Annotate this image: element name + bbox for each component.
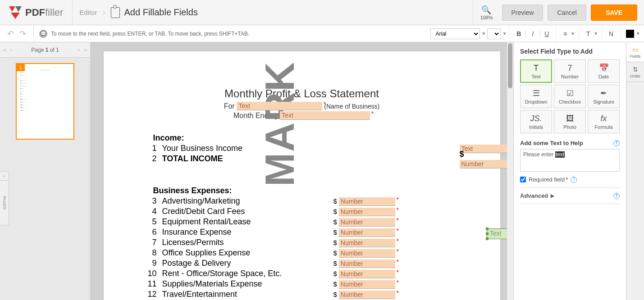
pages-tab[interactable]: PAGES <box>0 180 9 225</box>
field-type-signature[interactable]: ✒Signature <box>588 85 620 108</box>
expense-amount-field[interactable]: $Number* <box>333 290 395 299</box>
line-number: 3 <box>144 196 157 206</box>
expense-amount-field[interactable]: $Number* <box>333 248 395 258</box>
zoom-icon: 🔍 <box>480 5 493 15</box>
income-line: 2TOTAL INCOME$Number* <box>144 154 469 164</box>
field-type-formula[interactable]: fxFormula <box>588 110 620 133</box>
expense-line: 4Credit/Debit Card Fees$Number* <box>144 207 469 216</box>
expense-line: 6Insurance Expense$Number* <box>144 227 469 237</box>
expense-amount-field[interactable]: $Number* <box>333 196 395 206</box>
next-page-button[interactable]: › <box>76 47 82 53</box>
help-icon[interactable]: ? <box>613 140 620 146</box>
resize-handle[interactable] <box>486 232 489 235</box>
expense-amount-field[interactable]: $Number* <box>333 217 395 227</box>
advanced-toggle[interactable]: Advanced ▶ ? <box>520 187 620 204</box>
first-page-button[interactable]: « <box>1 47 9 53</box>
svg-marker-2 <box>11 13 20 19</box>
expense-line: 12Travel/Entertainment$Number* <box>144 290 469 299</box>
checkbox-icon: ☑ <box>566 88 574 98</box>
properties-panel: Select Field Type to Add TText 7Number 📅… <box>513 42 644 300</box>
expense-amount-field[interactable]: $Number* <box>333 238 395 247</box>
help-text-title: Add some Text to Help ? <box>520 140 620 146</box>
underline-button[interactable]: U <box>541 28 552 39</box>
header-actions: 🔍 108% Preview Cancel SAVE <box>473 0 644 25</box>
redo-button[interactable]: ↷ <box>17 29 29 39</box>
side-tabs: ▭Fields ⇅Order <box>626 42 644 300</box>
line-number: 12 <box>144 290 157 299</box>
line-label: Office Supplies Expense <box>162 248 251 258</box>
help-text-input[interactable]: Please enter text. <box>520 149 620 172</box>
tab-fields[interactable]: ▭Fields <box>626 42 644 62</box>
expense-amount-field[interactable]: $Number* <box>333 259 395 268</box>
field-type-checkbox[interactable]: ☑Checkbox <box>554 85 586 108</box>
photo-icon: 🖼 <box>566 114 574 123</box>
expense-line: 3Advertising/Marketing$Number* <box>144 196 469 206</box>
number-icon: 7 <box>567 64 572 73</box>
font-family-select[interactable]: Arial <box>430 28 480 39</box>
color-picker[interactable] <box>626 30 634 38</box>
undo-button[interactable]: ↶ <box>5 29 17 39</box>
month-field[interactable]: Text* <box>280 111 370 120</box>
field-type-photo[interactable]: 🖼Photo <box>554 110 586 133</box>
expense-amount-field[interactable]: $Number* <box>333 279 395 289</box>
zoom-control[interactable]: 🔍 108% <box>473 0 499 25</box>
italic-button[interactable]: I <box>527 28 538 39</box>
line-label: Equipment Rental/Lease <box>162 217 251 227</box>
line-label: Insurance Expense <box>162 227 232 237</box>
initials-icon: JS. <box>530 114 542 123</box>
expense-amount-field[interactable]: $Number* <box>333 207 395 216</box>
cancel-button[interactable]: Cancel <box>548 5 586 21</box>
for-field[interactable]: Text* <box>237 102 322 110</box>
save-button[interactable]: SAVE <box>591 5 637 21</box>
preview-button[interactable]: Preview <box>502 5 544 21</box>
resize-handle[interactable] <box>486 237 489 240</box>
normal-button[interactable]: N <box>606 28 617 39</box>
help-icon[interactable]: ? <box>571 177 577 183</box>
logo[interactable]: PDFfiller <box>0 0 73 25</box>
help-icon[interactable]: ? <box>613 193 620 199</box>
prev-page-button[interactable]: ‹ <box>8 47 14 53</box>
for-label: For <box>224 102 235 110</box>
font-size-select[interactable]: 14 <box>487 28 501 39</box>
chevron-right-icon: › <box>103 8 105 17</box>
resize-handle[interactable] <box>486 227 489 230</box>
field-type-text[interactable]: TText <box>520 59 552 83</box>
required-label: Required field <box>529 176 565 183</box>
field-type-initials[interactable]: JS.Initials <box>520 110 552 133</box>
expense-amount-field[interactable]: $Number* <box>333 269 395 278</box>
canvas[interactable]: MARK Monthly Profit & Loss Statement For… <box>90 42 513 300</box>
bold-button[interactable]: B <box>513 28 524 39</box>
line-label: Your Business Income <box>162 144 242 153</box>
scrollbar[interactable] <box>507 42 513 300</box>
field-type-date[interactable]: 📅Date <box>588 59 620 83</box>
field-type-dropdown[interactable]: ☰Dropdown <box>520 85 552 108</box>
page-thumbnail[interactable]: 1 — — — — 1 —2 — 3 — —4 — —5 — —6 —7 —8 … <box>16 63 74 140</box>
line-number: 11 <box>144 279 157 289</box>
chevron-right-icon: ▶ <box>551 193 554 198</box>
name-of-business-note: (Name of Business) <box>324 103 379 110</box>
required-field-row: Required field * ? <box>520 176 620 183</box>
zoom-value: 108% <box>480 15 493 20</box>
order-icon: ⇅ <box>633 66 638 73</box>
hint-text: To move to the next field, press ENTER, … <box>51 31 249 37</box>
line-number: 7 <box>144 238 157 247</box>
svg-marker-0 <box>9 6 15 12</box>
field-type-grid: TText 7Number 📅Date ☰Dropdown ☑Checkbox … <box>520 59 620 133</box>
pages-collapse-button[interactable]: ‹ <box>0 171 9 180</box>
tab-order[interactable]: ⇅Order <box>626 62 644 82</box>
text-style-button[interactable]: T <box>583 28 594 39</box>
last-page-button[interactable]: » <box>82 47 89 53</box>
line-label: Postage & Delivery <box>162 259 231 268</box>
income-amount-field[interactable]: $Number* <box>460 150 514 168</box>
calendar-icon: 📅 <box>599 63 609 73</box>
document-page[interactable]: MARK Monthly Profit & Loss Statement For… <box>104 51 500 300</box>
breadcrumb-editor[interactable]: Editor <box>79 9 97 16</box>
month-label: Month Ending <box>233 112 278 120</box>
field-type-number[interactable]: 7Number <box>554 59 586 83</box>
line-label: TOTAL INCOME <box>162 154 223 164</box>
line-label: Licenses/Permits <box>162 238 224 247</box>
align-button[interactable]: ≡ <box>560 28 571 39</box>
document-title: Monthly Profit & Loss Statement <box>135 87 469 100</box>
expense-amount-field[interactable]: $Number* <box>333 227 395 237</box>
required-checkbox[interactable] <box>520 177 526 182</box>
